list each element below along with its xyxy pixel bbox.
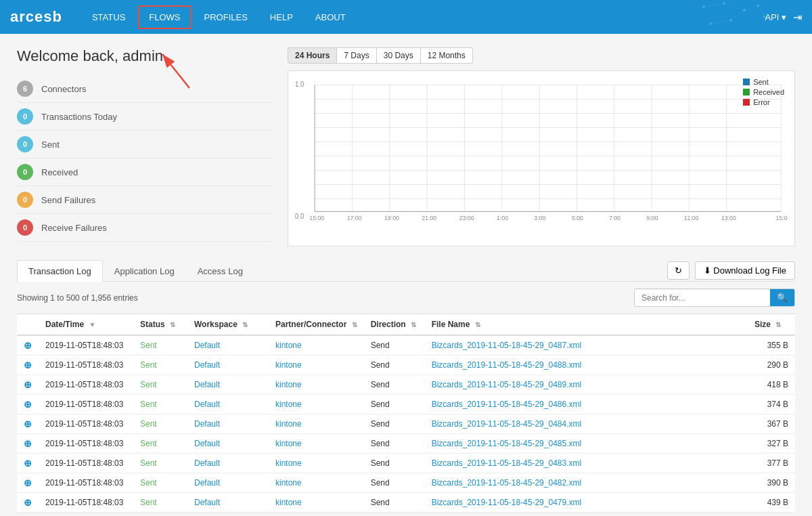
expand-cell[interactable]: ⊕ [17, 434, 39, 454]
size-cell: 374 B [748, 395, 795, 414]
workspace-cell[interactable]: Default [187, 375, 269, 395]
brand-logo[interactable]: arcesb [10, 8, 62, 26]
logout-icon[interactable]: ⇥ [793, 11, 802, 24]
status-cell: Sent [133, 356, 187, 375]
filename-cell[interactable]: Bizcards_2019-11-05-18-45-29_0487.xml [425, 335, 748, 356]
datetime-cell: 2019-11-05T18:48:03 [39, 375, 133, 395]
svg-text:1.0: 1.0 [295, 80, 304, 87]
filename-cell[interactable]: Bizcards_2019-11-05-18-45-29_0485.xml [425, 434, 748, 454]
datetime-cell: 2019-11-05T18:48:03 [39, 473, 133, 493]
expand-cell[interactable]: ⊕ [17, 356, 39, 375]
size-cell: 390 B [748, 473, 795, 493]
partner-cell[interactable]: kintone [269, 493, 364, 513]
svg-text:19:00: 19:00 [384, 215, 399, 220]
sent-label: Sent [41, 139, 60, 150]
partner-cell[interactable]: kintone [269, 434, 364, 454]
col-partner-header[interactable]: Partner/Connector ⇅ [269, 314, 364, 336]
navbar-right: API ▾ ⇥ [765, 11, 802, 24]
filename-cell[interactable]: Bizcards_2019-11-05-18-45-29_0479.xml [425, 493, 748, 513]
table-row: ⊕ 2019-11-05T18:48:03 Sent Default kinto… [17, 335, 795, 356]
expand-cell[interactable]: ⊕ [17, 454, 39, 473]
partner-cell[interactable]: kintone [269, 395, 364, 414]
filename-cell[interactable]: Bizcards_2019-11-05-18-45-29_0483.xml [425, 454, 748, 473]
workspace-cell[interactable]: Default [187, 395, 269, 414]
legend-received-dot [743, 89, 750, 95]
legend-error-label: Error [753, 98, 769, 106]
stats-list: 6 Connectors 0 Transactions Today 0 Sent… [17, 75, 274, 242]
refresh-button[interactable]: ↻ [667, 261, 690, 280]
connectors-label: Connectors [41, 84, 86, 94]
btn-7days[interactable]: 7 Days [337, 47, 376, 64]
download-log-button[interactable]: ⬇ Download Log File [695, 261, 795, 280]
expand-cell[interactable]: ⊕ [17, 335, 39, 356]
chart-legend: Sent Received Error [743, 78, 784, 108]
svg-text:5:00: 5:00 [572, 215, 583, 220]
receive-failures-label: Receive Failures [41, 223, 107, 233]
size-cell: 439 B [748, 493, 795, 513]
workspace-cell[interactable]: Default [187, 434, 269, 454]
nav-flows[interactable]: FLOWS [138, 5, 191, 29]
workspace-cell[interactable]: Default [187, 356, 269, 375]
status-cell: Sent [133, 493, 187, 513]
svg-text:21:00: 21:00 [422, 215, 436, 220]
tab-access-log[interactable]: Access Log [186, 260, 254, 282]
chart-container: Sent Received Error 1.0 0.0 [288, 70, 795, 246]
sent-badge: 0 [17, 136, 33, 152]
btn-12months[interactable]: 12 Months [421, 47, 473, 64]
partner-cell[interactable]: kintone [269, 454, 364, 473]
filename-cell[interactable]: Bizcards_2019-11-05-18-45-29_0489.xml [425, 375, 748, 395]
col-filename-header[interactable]: File Name ⇅ [425, 314, 748, 336]
left-panel: Welcome back, admin. 6 Connectors 0 Tran… [17, 47, 274, 246]
log-tabs: Transaction Log Application Log Access L… [17, 260, 795, 282]
tab-application-log[interactable]: Application Log [103, 260, 186, 282]
workspace-cell[interactable]: Default [187, 493, 269, 513]
filename-cell[interactable]: Bizcards_2019-11-05-18-45-29_0486.xml [425, 395, 748, 414]
direction-cell: Send [364, 395, 425, 414]
table-row: ⊕ 2019-11-05T18:48:03 Sent Default kinto… [17, 375, 795, 395]
content-grid: Welcome back, admin. 6 Connectors 0 Tran… [17, 47, 795, 246]
filename-cell[interactable]: Bizcards_2019-11-05-18-45-29_0482.xml [425, 473, 748, 493]
svg-text:23:00: 23:00 [459, 215, 474, 220]
legend-sent: Sent [743, 78, 784, 86]
direction-cell: Send [364, 414, 425, 434]
col-workspace-header[interactable]: Workspace ⇅ [187, 314, 269, 336]
tab-transaction-log[interactable]: Transaction Log [17, 260, 103, 282]
expand-cell[interactable]: ⊕ [17, 395, 39, 414]
datetime-cell: 2019-11-05T18:48:03 [39, 414, 133, 434]
table-body: ⊕ 2019-11-05T18:48:03 Sent Default kinto… [17, 335, 795, 513]
col-size-header[interactable]: Size ⇅ [748, 314, 795, 336]
nav-help[interactable]: HELP [261, 7, 302, 28]
status-cell: Sent [133, 434, 187, 454]
direction-cell: Send [364, 335, 425, 356]
nav-profiles[interactable]: PROFILES [195, 7, 257, 28]
partner-cell[interactable]: kintone [269, 335, 364, 356]
nav-about[interactable]: ABOUT [306, 7, 355, 28]
workspace-cell[interactable]: Default [187, 473, 269, 493]
legend-error-dot [743, 99, 750, 106]
search-input[interactable] [635, 290, 770, 306]
svg-text:15:00: 15:00 [776, 215, 788, 220]
btn-30days[interactable]: 30 Days [377, 47, 421, 64]
partner-cell[interactable]: kintone [269, 375, 364, 395]
expand-cell[interactable]: ⊕ [17, 493, 39, 513]
workspace-cell[interactable]: Default [187, 414, 269, 434]
col-status-header[interactable]: Status ⇅ [133, 314, 187, 336]
partner-cell[interactable]: kintone [269, 414, 364, 434]
expand-cell[interactable]: ⊕ [17, 414, 39, 434]
stat-send-failures: 0 Send Failures [17, 186, 274, 214]
filename-cell[interactable]: Bizcards_2019-11-05-18-45-29_0488.xml [425, 356, 748, 375]
workspace-cell[interactable]: Default [187, 335, 269, 356]
nav-status[interactable]: STATUS [83, 7, 135, 28]
expand-cell[interactable]: ⊕ [17, 473, 39, 493]
col-direction-header[interactable]: Direction ⇅ [364, 314, 425, 336]
col-datetime-header[interactable]: Date/Time ▼ [39, 314, 133, 336]
workspace-cell[interactable]: Default [187, 454, 269, 473]
table-row: ⊕ 2019-11-05T18:48:03 Sent Default kinto… [17, 356, 795, 375]
expand-cell[interactable]: ⊕ [17, 375, 39, 395]
partner-cell[interactable]: kintone [269, 473, 364, 493]
datetime-cell: 2019-11-05T18:48:03 [39, 493, 133, 513]
partner-cell[interactable]: kintone [269, 356, 364, 375]
filename-cell[interactable]: Bizcards_2019-11-05-18-45-29_0484.xml [425, 414, 748, 434]
search-button[interactable]: 🔍 [770, 289, 794, 306]
btn-24hours[interactable]: 24 Hours [288, 47, 337, 64]
